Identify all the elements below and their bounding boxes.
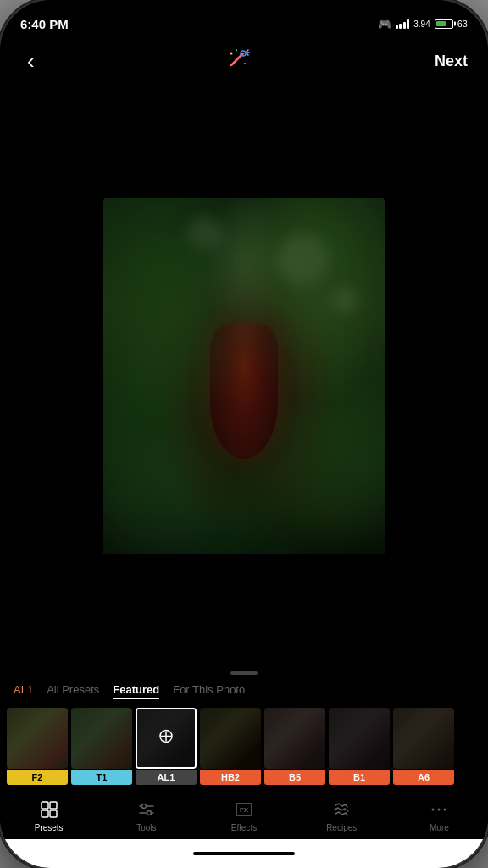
preset-thumb-a6 bbox=[393, 708, 454, 769]
signal-bar-1 bbox=[396, 25, 398, 29]
nav-recipes[interactable]: Recipes bbox=[293, 795, 391, 836]
photo-detail-overlay bbox=[103, 198, 385, 554]
preset-thumb-b1 bbox=[329, 708, 390, 769]
preset-img-b5 bbox=[264, 708, 325, 769]
signal-bars-icon bbox=[396, 19, 410, 29]
signal-bar-3 bbox=[403, 22, 406, 29]
home-indicator-area bbox=[0, 839, 488, 868]
preset-label-hb2: HB2 bbox=[200, 770, 261, 785]
preset-thumb-t1 bbox=[71, 708, 132, 769]
nav-effects[interactable]: FX Effects bbox=[195, 795, 292, 836]
phone-frame: 6:40 PM 🎮 3.94 63 ‹ bbox=[0, 0, 488, 868]
preset-a6[interactable]: A6 bbox=[393, 708, 454, 785]
svg-point-23 bbox=[444, 809, 446, 811]
game-icon: 🎮 bbox=[378, 18, 391, 31]
tab-for-this-photo[interactable]: For This Photo bbox=[173, 683, 245, 699]
more-icon bbox=[428, 798, 450, 821]
preset-hb2[interactable]: HB2 bbox=[200, 708, 261, 785]
preset-b5[interactable]: B5 bbox=[264, 708, 325, 785]
preset-thumb-f2 bbox=[7, 708, 68, 769]
signal-bar-2 bbox=[399, 24, 402, 29]
bottom-nav: Presets Tools bbox=[0, 788, 488, 839]
preset-f2[interactable]: F2 bbox=[7, 708, 68, 785]
svg-rect-14 bbox=[50, 810, 57, 817]
svg-point-2 bbox=[230, 53, 232, 55]
preset-img-a6 bbox=[393, 708, 454, 769]
presets-icon bbox=[38, 798, 60, 821]
tab-featured[interactable]: Featured bbox=[113, 683, 159, 699]
preset-t1[interactable]: T1 bbox=[71, 708, 132, 785]
nav-more[interactable]: More bbox=[391, 795, 488, 836]
preset-thumb-al1 bbox=[136, 708, 197, 769]
effects-icon: FX bbox=[233, 798, 255, 821]
battery-fill bbox=[436, 21, 446, 26]
sparkle-svg bbox=[225, 45, 252, 72]
tools-nav-label: Tools bbox=[136, 823, 156, 832]
svg-rect-12 bbox=[50, 802, 57, 809]
photo-container bbox=[0, 85, 488, 668]
preset-b1[interactable]: B1 bbox=[329, 708, 390, 785]
preset-strip[interactable]: F2 T1 bbox=[0, 704, 488, 788]
more-nav-label: More bbox=[430, 823, 449, 832]
nav-tools[interactable]: Tools bbox=[97, 795, 195, 836]
recipes-nav-label: Recipes bbox=[326, 823, 357, 832]
photo bbox=[103, 198, 385, 554]
svg-line-5 bbox=[247, 50, 248, 52]
nav-presets[interactable]: Presets bbox=[0, 795, 97, 836]
back-button[interactable]: ‹ bbox=[20, 42, 42, 81]
preset-thumb-b5 bbox=[264, 708, 325, 769]
data-rate: 3.94 bbox=[413, 19, 430, 29]
svg-point-22 bbox=[438, 809, 441, 811]
preset-img-b1 bbox=[329, 708, 390, 769]
preset-label-b1: B1 bbox=[329, 770, 390, 785]
preset-label-al1: AL1 bbox=[136, 770, 197, 785]
screen: 6:40 PM 🎮 3.94 63 ‹ bbox=[0, 0, 488, 868]
battery-icon bbox=[435, 19, 453, 29]
preset-al1[interactable]: AL1 bbox=[136, 708, 197, 785]
svg-rect-11 bbox=[42, 802, 48, 809]
svg-point-4 bbox=[236, 49, 237, 51]
home-indicator bbox=[193, 852, 295, 855]
tab-al1[interactable]: AL1 bbox=[14, 683, 33, 699]
preset-tabs: AL1 All Presets Featured For This Photo bbox=[0, 675, 488, 704]
preset-img-al1 bbox=[137, 709, 195, 767]
next-button[interactable]: Next bbox=[435, 53, 468, 70]
preset-thumb-hb2 bbox=[200, 708, 261, 769]
tab-all-presets[interactable]: All Presets bbox=[47, 683, 99, 699]
preset-label-b5: B5 bbox=[264, 770, 325, 785]
status-icons: 🎮 3.94 63 bbox=[378, 18, 468, 31]
preset-img-t1 bbox=[71, 708, 132, 769]
recipes-icon bbox=[330, 798, 352, 821]
svg-rect-13 bbox=[42, 810, 48, 817]
notch bbox=[193, 0, 295, 24]
preset-img-f2 bbox=[7, 708, 68, 769]
header: ‹ Next bbox=[0, 37, 488, 85]
preset-label-a6: A6 bbox=[393, 770, 454, 785]
signal-bar-4 bbox=[407, 19, 409, 29]
svg-point-3 bbox=[244, 63, 246, 64]
svg-text:FX: FX bbox=[240, 806, 249, 814]
preset-label-t1: T1 bbox=[71, 770, 132, 785]
effects-nav-label: Effects bbox=[231, 823, 257, 832]
battery-percent: 63 bbox=[458, 19, 468, 29]
svg-point-21 bbox=[432, 809, 435, 811]
svg-point-18 bbox=[147, 811, 151, 815]
next-label: Next bbox=[435, 53, 468, 70]
preset-label-f2: F2 bbox=[7, 770, 68, 785]
back-chevron-icon: ‹ bbox=[27, 48, 35, 74]
tools-icon bbox=[136, 798, 158, 821]
presets-nav-label: Presets bbox=[35, 823, 64, 832]
app-logo-icon bbox=[225, 45, 252, 77]
preset-img-hb2 bbox=[200, 708, 261, 769]
svg-point-16 bbox=[141, 804, 146, 809]
status-time: 6:40 PM bbox=[20, 17, 69, 31]
svg-line-7 bbox=[247, 53, 248, 55]
scroll-indicator bbox=[0, 668, 488, 675]
adjust-icon bbox=[158, 729, 174, 748]
photo-image bbox=[103, 198, 385, 554]
